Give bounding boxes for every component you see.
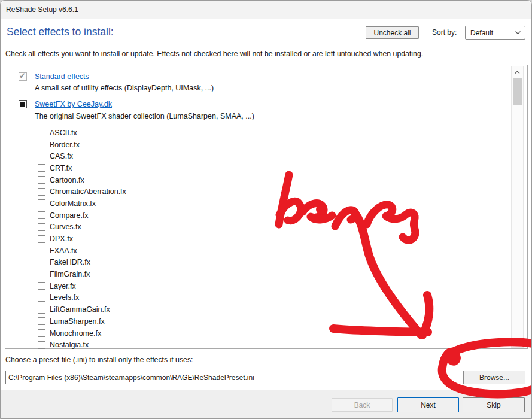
effect-label: FakeHDR.fx [50,258,90,266]
effect-row: CRT.fx [5,162,496,174]
next-button[interactable]: Next [397,397,459,412]
effect-checkbox[interactable] [38,199,45,207]
effect-row: FilmGrain.fx [5,268,496,280]
effect-checkbox[interactable] [38,247,45,254]
effect-checkbox[interactable] [38,259,45,266]
effect-row: ASCII.fx [5,127,496,139]
effect-row: Cartoon.fx [5,174,496,186]
effect-label: Compare.fx [50,211,89,220]
effect-label: Cartoon.fx [50,176,84,184]
effect-label: ASCII.fx [50,129,77,137]
effect-checkbox[interactable] [38,129,45,136]
sweetfx-effect-list: ASCII.fx Border.fx CAS.fx CRT.fx [5,127,496,351]
effect-label: ChromaticAberration.fx [50,187,126,196]
reshade-setup-window: ReShade Setup v6.6.1 Select effects to i… [0,0,532,419]
browse-button[interactable]: Browse... [463,371,525,384]
effect-row: Monochrome.fx [5,327,496,339]
chevron-down-icon [515,31,521,35]
sort-by-label: Sort by: [432,28,457,37]
effect-label: ColorMatrix.fx [50,199,96,208]
effect-label: FXAA.fx [50,247,77,255]
effect-checkbox[interactable] [38,294,45,302]
sort-dropdown-value: Default [470,29,515,37]
effect-row: Curves.fx [5,221,496,233]
sweetfx-checkbox[interactable] [19,100,27,108]
titlebar: ReShade Setup v6.6.1 [1,1,531,19]
effect-label: Monochrome.fx [50,329,101,338]
back-button[interactable]: Back [332,398,393,412]
effect-label: LumaSharpen.fx [50,317,105,326]
sweetfx-description: The original SweetFX shader collection (… [35,112,254,120]
effect-label: Nostalgia.fx [50,341,89,349]
effect-checkbox[interactable] [38,235,45,243]
standard-effects-description: A small set of utility effects (DisplayD… [35,84,214,92]
effect-label: CRT.fx [50,164,72,172]
standard-effects-link[interactable]: Standard effects [35,72,89,81]
vertical-scrollbar[interactable] [511,66,524,348]
effect-checkbox[interactable] [38,341,45,349]
effect-checkbox[interactable] [38,223,45,231]
effect-label: Curves.fx [50,223,81,231]
effect-label: FilmGrain.fx [50,270,90,278]
sweetfx-link[interactable]: SweetFX by CeeJay.dk [35,100,112,108]
effect-row: LumaSharpen.fx [5,315,496,327]
sort-dropdown[interactable]: Default [465,26,525,40]
effect-row: Border.fx [5,139,496,151]
effect-checkbox[interactable] [38,211,45,219]
effect-checkbox[interactable] [38,306,45,314]
effect-checkbox[interactable] [38,282,45,290]
effect-checkbox[interactable] [38,176,45,184]
effect-row: Levels.fx [5,292,496,304]
effect-checkbox[interactable] [38,317,45,325]
effect-label: DPX.fx [50,235,73,243]
effect-checkbox[interactable] [38,329,45,337]
effect-label: Border.fx [50,141,80,149]
effect-row: ChromaticAberration.fx [5,186,496,198]
window-title: ReShade Setup v6.6.1 [6,1,78,19]
effect-checkbox[interactable] [38,153,45,160]
uncheck-all-button[interactable]: Uncheck all [366,26,419,39]
effect-row: LiftGammaGain.fx [5,303,496,315]
page-title: Select effects to install: [7,26,114,38]
effect-row: Compare.fx [5,210,496,221]
effect-checkbox[interactable] [38,271,45,278]
effect-label: CAS.fx [50,152,73,160]
standard-effects-checkbox[interactable] [19,72,27,81]
effect-label: LiftGammaGain.fx [50,305,110,314]
effect-row: CAS.fx [5,150,496,162]
effect-row: FakeHDR.fx [5,257,496,269]
effect-row: FXAA.fx [5,245,496,257]
instructions-text: Check all effects you want to install or… [5,50,423,58]
scrollbar-thumb[interactable] [513,78,522,105]
effect-row: ColorMatrix.fx [5,198,496,210]
effect-checkbox[interactable] [38,141,45,148]
effect-checkbox[interactable] [38,188,45,196]
effect-label: Layer.fx [50,282,76,290]
effects-listbox: Standard effects A small set of utility … [5,65,528,349]
scroll-down-icon[interactable] [512,336,523,346]
preset-path-input[interactable] [5,371,457,384]
effect-row: DPX.fx [5,233,496,245]
preset-file-label: Choose a preset file (.ini) to install o… [5,356,193,364]
effect-checkbox[interactable] [38,164,45,172]
effect-row: Nostalgia.fx [5,339,496,351]
scroll-up-icon[interactable] [512,68,523,77]
skip-button[interactable]: Skip [463,397,525,412]
effect-row: Layer.fx [5,280,496,292]
effect-label: Levels.fx [50,293,79,302]
